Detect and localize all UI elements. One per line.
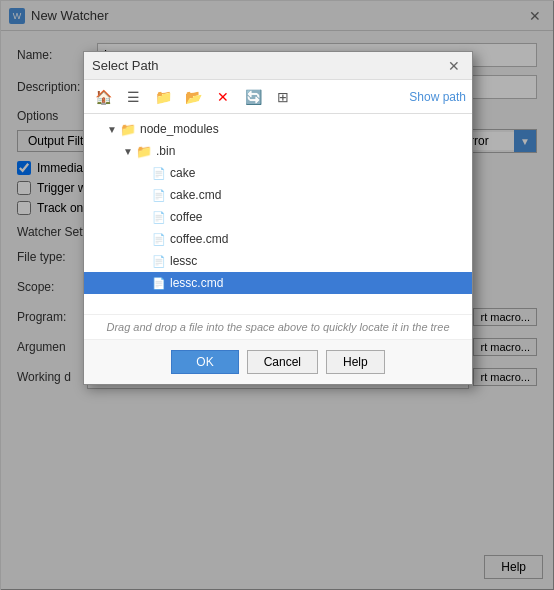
- help-button[interactable]: Help: [326, 350, 385, 374]
- show-path-link[interactable]: Show path: [409, 90, 466, 104]
- tree-item-label: coffee: [170, 210, 202, 224]
- tree-item-label: lessc.cmd: [170, 276, 223, 290]
- list-item[interactable]: 📄 cake: [84, 162, 472, 184]
- toolbar-list-button[interactable]: ☰: [120, 84, 146, 110]
- ok-button[interactable]: OK: [171, 350, 238, 374]
- select-path-close-button[interactable]: ✕: [444, 56, 464, 76]
- list-item[interactable]: 📄 coffee: [84, 206, 472, 228]
- toolbar-home-button[interactable]: 🏠: [90, 84, 116, 110]
- list-item[interactable]: ▼ 📁 node_modules: [84, 118, 472, 140]
- toolbar-new-folder-button[interactable]: 📂: [180, 84, 206, 110]
- tree-item-label: lessc: [170, 254, 197, 268]
- select-path-title-bar: Select Path ✕: [84, 52, 472, 80]
- file-icon: 📄: [152, 277, 166, 290]
- list-item[interactable]: 📄 cake.cmd: [84, 184, 472, 206]
- file-icon: 📄: [152, 211, 166, 224]
- select-path-title: Select Path: [92, 58, 159, 73]
- toolbar-refresh-button[interactable]: 🔄: [240, 84, 266, 110]
- tree-item-label: cake: [170, 166, 195, 180]
- toolbar-delete-button[interactable]: ✕: [210, 84, 236, 110]
- tree-item-label: .bin: [156, 144, 175, 158]
- file-icon: 📄: [152, 189, 166, 202]
- expand-icon: ▼: [120, 146, 136, 157]
- toolbar-folder-button[interactable]: 📁: [150, 84, 176, 110]
- folder-icon: 📁: [120, 122, 136, 137]
- file-icon: 📄: [152, 255, 166, 268]
- select-path-dialog: Select Path ✕ 🏠 ☰ 📁 📂 ✕ 🔄 ⊞ Show path ▼ …: [83, 51, 473, 385]
- cancel-button[interactable]: Cancel: [247, 350, 318, 374]
- main-dialog: W New Watcher ✕ Name: Description: Optio…: [0, 0, 554, 590]
- folder-icon: 📁: [136, 144, 152, 159]
- toolbar-grid-button[interactable]: ⊞: [270, 84, 296, 110]
- file-icon: 📄: [152, 167, 166, 180]
- file-tree: ▼ 📁 node_modules ▼ 📁 .bin 📄 cake: [84, 114, 472, 314]
- select-path-buttons: OK Cancel Help: [84, 339, 472, 384]
- tree-item-label: node_modules: [140, 122, 219, 136]
- overlay: Select Path ✕ 🏠 ☰ 📁 📂 ✕ 🔄 ⊞ Show path ▼ …: [1, 1, 554, 590]
- list-item[interactable]: ▼ 📁 .bin: [84, 140, 472, 162]
- list-item[interactable]: 📄 lessc: [84, 250, 472, 272]
- expand-icon: ▼: [104, 124, 120, 135]
- tree-item-label: cake.cmd: [170, 188, 221, 202]
- select-path-toolbar: 🏠 ☰ 📁 📂 ✕ 🔄 ⊞ Show path: [84, 80, 472, 114]
- list-item[interactable]: 📄 coffee.cmd: [84, 228, 472, 250]
- file-icon: 📄: [152, 233, 166, 246]
- list-item[interactable]: 📄 lessc.cmd: [84, 272, 472, 294]
- tree-item-label: coffee.cmd: [170, 232, 228, 246]
- drag-hint: Drag and drop a file into the space abov…: [84, 314, 472, 339]
